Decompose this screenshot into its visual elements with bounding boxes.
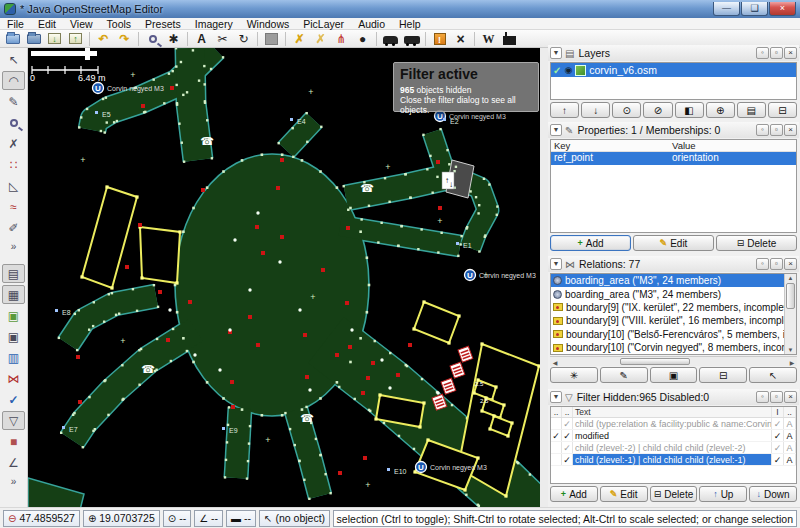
enable-checkbox[interactable]	[551, 442, 562, 453]
more-toggles-button[interactable]: »	[2, 474, 25, 489]
duplicate-relation-button[interactable]: ▣	[650, 367, 698, 383]
bus-icon[interactable]	[401, 31, 422, 47]
sticky-icon[interactable]: ◦	[756, 258, 769, 270]
delete-property-button[interactable]: ⊟Delete	[716, 235, 797, 251]
delete-filter-button[interactable]: ⊟Delete	[650, 486, 698, 502]
scroll-left-icon[interactable]: ◀	[551, 359, 559, 366]
refresh-icon[interactable]: ↻	[233, 31, 254, 47]
edit-relation-button[interactable]: ✎	[600, 367, 648, 383]
new-relation-button[interactable]: ✳	[550, 367, 598, 383]
redo-icon[interactable]: ↷	[114, 31, 135, 47]
edit-filter-button[interactable]: ✎Edit	[600, 486, 648, 502]
changeset-toggle[interactable]: ■	[2, 432, 25, 451]
collapse-icon[interactable]: ▼	[550, 47, 562, 59]
property-row[interactable]: ref_point orientation	[551, 152, 796, 165]
hiding-checkbox[interactable]: ✓	[562, 418, 573, 429]
scroll-up-icon[interactable]: ▲	[785, 275, 796, 281]
extrude-tool[interactable]: ◺	[2, 176, 25, 195]
maximize-button[interactable]: ❑	[741, 2, 768, 16]
move-filter-down-button[interactable]: ↓Down	[749, 486, 797, 502]
filter-panel-toggle[interactable]: ▽	[2, 411, 25, 430]
combine-way-icon[interactable]: ✗	[289, 31, 310, 47]
relation-row[interactable]: boundary[10] ("Belső-Ferencváros", 5 mem…	[551, 328, 784, 341]
close-panel-icon[interactable]: ×	[784, 258, 797, 270]
delete-x-icon[interactable]: ×	[450, 31, 471, 47]
upload-data-icon[interactable]: ↑	[65, 31, 86, 47]
sticky-icon[interactable]: ◦	[756, 124, 769, 136]
inverted-checkbox[interactable]: ✓	[772, 430, 784, 441]
download-data-icon[interactable]: ↓	[44, 31, 65, 47]
map-canvas[interactable]: ++++++++++↑↓☎☎☎☎06.49 mUCorvin negyed M3…	[28, 48, 540, 507]
zoom-tool[interactable]	[2, 113, 25, 132]
layer-merge-button[interactable]: ⊕	[706, 102, 735, 118]
move-hand-icon[interactable]: ●	[352, 31, 373, 47]
hiding-checkbox[interactable]: ✓	[562, 454, 573, 465]
follow-line-tool[interactable]: ✐	[2, 218, 25, 237]
factory-icon[interactable]	[499, 31, 520, 47]
scroll-right-icon[interactable]: ▶	[788, 359, 796, 366]
vertical-scrollbar[interactable]: ▲ ▼	[784, 274, 796, 354]
select-tool[interactable]: ↖	[2, 50, 25, 69]
menu-windows[interactable]: Windows	[240, 18, 297, 30]
photo2-toggle[interactable]: ▣	[2, 327, 25, 346]
close-button[interactable]: ×	[769, 2, 796, 16]
inverted-checkbox[interactable]: ✓	[772, 442, 784, 453]
relation-row[interactable]: boundary[10] ("Corvin negyed", 8 members…	[551, 341, 784, 354]
menu-file[interactable]: File	[0, 18, 31, 30]
layer-active-check-icon[interactable]: ✓	[553, 65, 561, 76]
menu-audio[interactable]: Audio	[351, 18, 392, 30]
layer-save-button[interactable]: ▤	[737, 102, 766, 118]
enable-checkbox[interactable]: ✓	[551, 430, 562, 441]
improve-way-tool[interactable]: ≈	[2, 197, 25, 216]
validator-toggle[interactable]: ✓	[2, 390, 25, 409]
lasso-tool[interactable]: ◠	[2, 71, 25, 90]
panel-splitter[interactable]	[540, 48, 548, 507]
menu-presets[interactable]: Presets	[138, 18, 188, 30]
layer-visibility-button[interactable]: ⊘	[643, 102, 672, 118]
enable-checkbox[interactable]	[551, 418, 562, 429]
undock-icon[interactable]: ▫	[770, 391, 783, 403]
layer-up-button[interactable]: ↑	[550, 102, 579, 118]
horizontal-scrollbar[interactable]: ◀ ▶	[550, 356, 797, 366]
undock-icon[interactable]: ▫	[770, 124, 783, 136]
sticky-icon[interactable]: ◦	[756, 47, 769, 59]
hiding-checkbox[interactable]: ✓	[562, 430, 573, 441]
layers-panel-toggle[interactable]: ▤	[2, 264, 25, 283]
split-way-icon[interactable]: ⋔	[331, 31, 352, 47]
undo-icon[interactable]: ↶	[93, 31, 114, 47]
close-panel-icon[interactable]: ×	[784, 391, 797, 403]
hiding-checkbox[interactable]: ✓	[562, 442, 573, 453]
more-tools-button[interactable]: »	[2, 239, 25, 254]
undock-icon[interactable]: ▫	[770, 258, 783, 270]
filter-row[interactable]: ✓ child (type:relation & facility:public…	[551, 418, 796, 430]
scissors-icon[interactable]: ✂	[212, 31, 233, 47]
layer-row[interactable]: ✓ ◉ corvin_v6.osm	[551, 63, 796, 77]
add-filter-button[interactable]: +Add	[550, 486, 598, 502]
collapse-icon[interactable]: ▼	[550, 124, 562, 136]
move-filter-up-button[interactable]: ↑Up	[699, 486, 747, 502]
menu-help[interactable]: Help	[392, 18, 428, 30]
sticky-icon[interactable]: ◦	[756, 391, 769, 403]
imagery-blank-icon[interactable]	[261, 31, 282, 47]
select-relation-button[interactable]: ↖	[749, 367, 797, 383]
inverted-checkbox[interactable]: ✓	[772, 454, 784, 465]
relations-panel-toggle[interactable]: ⋈	[2, 369, 25, 388]
close-panel-icon[interactable]: ×	[784, 124, 797, 136]
menu-tools[interactable]: Tools	[100, 18, 139, 30]
relation-row[interactable]: boundary[9] ("VIII. kerület", 16 members…	[551, 314, 784, 327]
zoom-to-selection-icon[interactable]	[142, 31, 163, 47]
edit-property-button[interactable]: ✎Edit	[633, 235, 714, 251]
collapse-icon[interactable]: ▼	[550, 258, 562, 270]
layer-opacity-button[interactable]: ◧	[675, 102, 704, 118]
filter-row[interactable]: ✓ ✓ modified ✓ A	[551, 430, 796, 442]
minimap-toggle[interactable]: ▦	[2, 285, 25, 304]
menu-imagery[interactable]: Imagery	[188, 18, 240, 30]
open-file-icon[interactable]	[2, 31, 23, 47]
relation-row[interactable]: boundary[9] ("IX. kerület", 22 members, …	[551, 301, 784, 314]
map-paint-styles-icon[interactable]: A	[191, 31, 212, 47]
layer-delete-button[interactable]: ⊟	[768, 102, 797, 118]
menu-view[interactable]: View	[63, 18, 100, 30]
layer-down-button[interactable]: ↓	[581, 102, 610, 118]
delete-relation-button[interactable]: ⊟	[699, 367, 747, 383]
scroll-down-icon[interactable]: ▼	[785, 347, 796, 353]
